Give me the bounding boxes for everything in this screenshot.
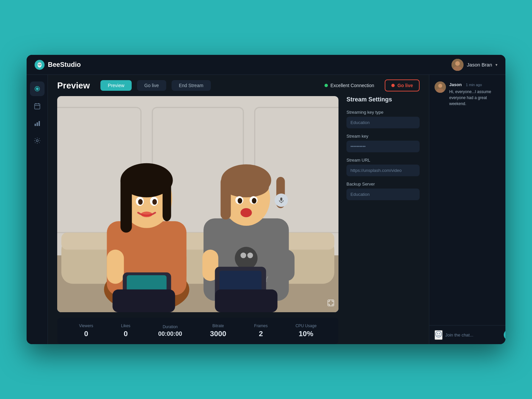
stat-likes-value: 0 xyxy=(124,330,128,338)
chat-messages: Jason 1 min ago Hi, everyone...I assume … xyxy=(429,75,505,325)
stat-cpu-value: 10% xyxy=(299,330,313,338)
chat-header: Jason 1 min ago xyxy=(449,81,500,87)
chevron-down-icon: ▾ xyxy=(495,63,497,67)
stat-bitrate: Bitrate 3000 xyxy=(210,324,226,338)
stream-settings-panel: Stream Settings Streaming key type Strea… xyxy=(346,96,420,344)
chat-content: Jason 1 min ago Hi, everyone...I assume … xyxy=(449,81,500,107)
svg-point-67 xyxy=(438,84,442,88)
field-stream-url: Stream URL xyxy=(346,158,420,176)
svg-point-8 xyxy=(455,61,460,66)
logo-prefix: Bee xyxy=(48,61,60,68)
sidebar-item-settings[interactable] xyxy=(30,133,45,148)
svg-point-70 xyxy=(437,333,438,334)
live-dot xyxy=(391,84,395,87)
svg-point-44 xyxy=(240,252,246,258)
chat-message: Jason 1 min ago Hi, everyone...I assume … xyxy=(435,81,500,107)
tab-go-live[interactable]: Go live xyxy=(137,80,166,91)
stat-cpu: CPU Usage 10% xyxy=(296,324,317,338)
go-live-label: Go live xyxy=(397,83,413,88)
svg-point-69 xyxy=(436,331,442,337)
sidebar-item-calendar[interactable] xyxy=(30,99,45,113)
stat-duration-value: 00:00:00 xyxy=(158,331,182,337)
svg-rect-16 xyxy=(35,124,36,126)
stat-bitrate-value: 3000 xyxy=(210,330,226,338)
svg-point-0 xyxy=(38,62,42,67)
sidebar-item-live[interactable] xyxy=(30,81,45,96)
user-name: Jason Bran xyxy=(467,62,492,67)
chat-timestamp: 1 min ago xyxy=(466,83,482,87)
go-live-button[interactable]: Go live xyxy=(385,79,420,91)
logo-suffix: Studio xyxy=(60,61,81,68)
sidebar-item-analytics[interactable] xyxy=(30,116,45,131)
svg-point-43 xyxy=(235,247,257,269)
svg-point-71 xyxy=(439,333,440,334)
video-container: DESTROY xyxy=(57,96,338,312)
content-area: Preview Preview Go live End Stream Excel… xyxy=(48,75,429,344)
field-stream-url-label: Stream URL xyxy=(346,158,420,163)
svg-line-3 xyxy=(39,63,39,63)
svg-point-19 xyxy=(36,140,38,142)
stream-settings-title: Stream Settings xyxy=(346,96,420,103)
stats-bar: Viewers 0 Likes 0 Duration 00:00:00 Bi xyxy=(57,318,338,344)
stat-frames: Frames 2 xyxy=(254,324,268,338)
field-stream-key: Stream key xyxy=(346,134,420,152)
tab-end-stream[interactable]: End Stream xyxy=(172,80,211,91)
backup-server-input[interactable] xyxy=(346,189,420,200)
svg-point-35 xyxy=(138,199,143,205)
field-backup-server: Backup Server xyxy=(346,182,420,200)
page-title: Preview xyxy=(57,80,90,91)
field-stream-key-label: Stream key xyxy=(346,134,420,139)
svg-point-37 xyxy=(141,211,152,217)
svg-rect-38 xyxy=(107,250,124,284)
chat-username: Jason xyxy=(449,82,462,87)
field-backup-server-label: Backup Server xyxy=(346,182,420,187)
send-button[interactable] xyxy=(504,330,505,340)
stat-likes: Likes 0 xyxy=(121,324,130,338)
svg-rect-39 xyxy=(169,250,186,284)
svg-point-10 xyxy=(36,87,39,90)
field-streaming-key-type-label: Streaming key type xyxy=(346,110,420,115)
stat-viewers: Viewers 0 xyxy=(79,324,93,338)
svg-point-54 xyxy=(238,198,242,203)
sidebar xyxy=(27,75,48,344)
svg-rect-62 xyxy=(215,290,277,312)
tab-preview[interactable]: Preview xyxy=(100,80,132,91)
stream-url-input[interactable] xyxy=(346,165,420,176)
svg-rect-63 xyxy=(280,198,282,201)
connection-status: Excellent Connection xyxy=(325,83,374,88)
stat-viewers-value: 0 xyxy=(84,330,88,338)
stream-key-input[interactable] xyxy=(346,141,420,152)
logo-icon xyxy=(35,60,45,70)
stat-cpu-label: CPU Usage xyxy=(296,324,317,328)
stat-bitrate-label: Bitrate xyxy=(212,324,224,328)
main-area: Preview Preview Go live End Stream Excel… xyxy=(27,75,505,344)
svg-point-45 xyxy=(247,252,253,258)
avatar xyxy=(452,59,464,71)
app-window: BeeStudio Jason Bran ▾ xyxy=(27,55,505,344)
svg-rect-61 xyxy=(112,290,175,312)
video-preview: DESTROY xyxy=(57,96,338,312)
svg-rect-18 xyxy=(39,121,40,126)
content-row: DESTROY xyxy=(48,96,429,344)
emoji-button[interactable] xyxy=(435,330,443,340)
video-section: DESTROY xyxy=(57,96,338,344)
svg-point-55 xyxy=(252,198,257,203)
svg-rect-26 xyxy=(61,233,334,250)
stat-likes-label: Likes xyxy=(121,324,130,328)
svg-rect-17 xyxy=(37,122,38,126)
chat-panel: Jason 1 min ago Hi, everyone...I assume … xyxy=(429,75,505,344)
connection-dot xyxy=(325,84,328,87)
expand-icon[interactable] xyxy=(327,299,334,308)
chat-input[interactable] xyxy=(445,332,501,337)
chat-message-text: Hi, everyone...I assume everyone had a g… xyxy=(449,89,500,107)
svg-rect-32 xyxy=(163,176,171,221)
svg-point-36 xyxy=(152,199,157,205)
chat-input-area xyxy=(429,325,505,344)
svg-rect-65 xyxy=(328,300,334,306)
stat-frames-label: Frames xyxy=(254,324,268,328)
user-menu[interactable]: Jason Bran ▾ xyxy=(452,59,497,71)
svg-rect-12 xyxy=(35,104,40,109)
streaming-key-type-input[interactable] xyxy=(346,117,420,128)
svg-point-56 xyxy=(240,208,252,217)
logo-text: BeeStudio xyxy=(48,61,81,68)
